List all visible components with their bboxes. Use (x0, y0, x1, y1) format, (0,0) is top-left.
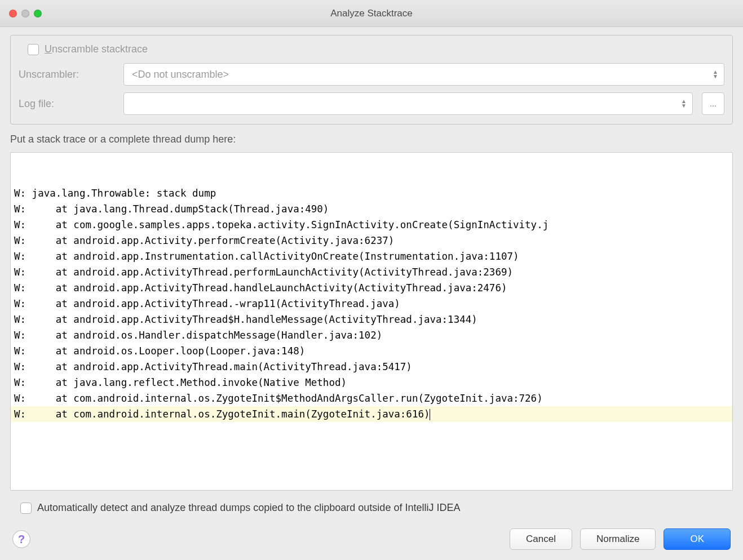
unscrambler-row: Unscrambler: <Do not unscramble> ▲▼ (19, 63, 724, 86)
unscramble-checkbox-label-rest: nscramble stacktrace (52, 43, 148, 55)
unscramble-checkbox[interactable] (28, 44, 39, 55)
unscrambler-value: <Do not unscramble> (132, 69, 229, 81)
stacktrace-line: W: at android.app.Instrumentation.callAc… (11, 248, 732, 264)
stacktrace-line: W: at com.android.internal.os.ZygoteInit… (11, 390, 732, 406)
window-title: Analyze Stacktrace (330, 8, 413, 19)
stacktrace-line: W: at java.lang.Thread.dumpStack(Thread.… (11, 201, 732, 217)
auto-detect-label: Automatically detect and analyze thread … (37, 502, 460, 514)
normalize-button[interactable]: Normalize (580, 528, 656, 550)
window-controls (9, 10, 42, 17)
help-button[interactable]: ? (12, 530, 30, 548)
logfile-row: Log file: ▲▼ ... (19, 92, 724, 115)
ok-button[interactable]: OK (664, 528, 731, 550)
logfile-label: Log file: (19, 98, 114, 110)
logfile-input[interactable]: ▲▼ (123, 92, 693, 115)
unscramble-checkbox-row: Unscramble stacktrace (28, 43, 724, 55)
stacktrace-line: W: at android.app.ActivityThread.main(Ac… (11, 359, 732, 375)
unscrambler-select[interactable]: <Do not unscramble> ▲▼ (123, 63, 724, 86)
chevron-updown-icon: ▲▼ (681, 99, 687, 108)
auto-detect-checkbox[interactable] (20, 503, 32, 514)
stacktrace-line: W: at android.os.Handler.dispatchMessage… (11, 327, 732, 343)
instruction-label: Put a stack trace or a complete thread d… (10, 134, 733, 145)
stacktrace-textarea[interactable]: W: java.lang.Throwable: stack dumpW: at … (10, 152, 733, 491)
stacktrace-line: W: java.lang.Throwable: stack dump (11, 185, 732, 201)
close-icon[interactable] (9, 10, 17, 17)
stacktrace-line: W: at com.android.internal.os.ZygoteInit… (11, 406, 732, 422)
unscramble-frame: Unscramble stacktrace Unscrambler: <Do n… (10, 35, 733, 125)
stacktrace-line: W: at android.app.Activity.performCreate… (11, 233, 732, 248)
zoom-icon[interactable] (34, 10, 42, 17)
text-cursor (430, 409, 431, 420)
titlebar: Analyze Stacktrace (0, 0, 743, 27)
stacktrace-line: W: at android.os.Looper.loop(Looper.java… (11, 343, 732, 359)
button-bar: ? Cancel Normalize OK (10, 528, 733, 550)
help-icon: ? (18, 533, 25, 546)
dialog-content: Unscramble stacktrace Unscrambler: <Do n… (0, 27, 743, 560)
chevron-updown-icon: ▲▼ (713, 70, 718, 79)
stacktrace-line: W: at android.app.ActivityThread$H.handl… (11, 312, 732, 327)
stacktrace-line: W: at com.google.samples.apps.topeka.act… (11, 217, 732, 233)
unscrambler-label: Unscrambler: (19, 69, 114, 81)
unscramble-checkbox-label: Unscramble stacktrace (45, 43, 148, 55)
stacktrace-line: W: at android.app.ActivityThread.handleL… (11, 280, 732, 296)
minimize-icon[interactable] (21, 10, 29, 17)
stacktrace-line: W: at java.lang.reflect.Method.invoke(Na… (11, 375, 732, 390)
stacktrace-line: W: at android.app.ActivityThread.perform… (11, 264, 732, 280)
browse-button[interactable]: ... (702, 92, 724, 115)
analyze-stacktrace-dialog: Analyze Stacktrace Unscramble stacktrace… (0, 0, 743, 560)
stacktrace-line: W: at android.app.ActivityThread.-wrap11… (11, 296, 732, 312)
auto-detect-row: Automatically detect and analyze thread … (20, 502, 733, 514)
cancel-button[interactable]: Cancel (510, 528, 572, 550)
